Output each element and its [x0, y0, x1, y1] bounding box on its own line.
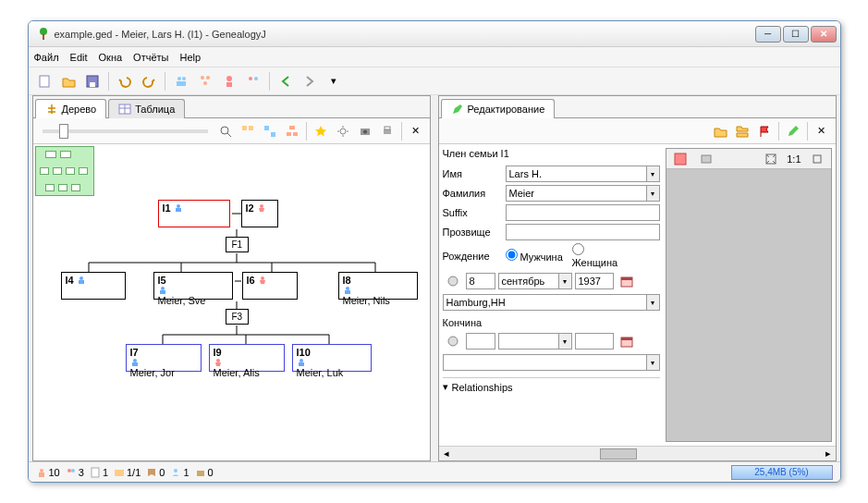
close-editor-icon[interactable]: ✕ [812, 121, 832, 141]
zoom-actual-icon[interactable] [807, 149, 827, 169]
suffix-input[interactable] [506, 204, 660, 221]
tab-table[interactable]: Таблица [108, 99, 185, 118]
relationships-header[interactable]: ▾ Relationships [443, 377, 660, 393]
nav-forward-icon[interactable] [300, 71, 320, 92]
tree-node-i8[interactable]: I8 Meier, Nils [338, 272, 418, 300]
menu-reports[interactable]: Отчёты [133, 52, 168, 63]
editor-header: Член семьи I1 [443, 148, 660, 159]
status-submitters: 1 [170, 467, 189, 478]
tree-node-i1[interactable]: I1 [158, 200, 230, 227]
editor-scrollbar[interactable]: ◂ ▸ [439, 446, 836, 460]
svg-rect-68 [702, 155, 711, 163]
titlebar[interactable]: example.ged - Meier, Lars H. (I1) - Gene… [29, 21, 840, 47]
undo-icon[interactable] [115, 71, 135, 92]
svg-point-73 [67, 469, 71, 472]
layout2-icon[interactable] [260, 121, 280, 141]
memory-indicator[interactable]: 25,4MB (5%) [731, 465, 833, 480]
tree-node-i7[interactable]: I7 Meier, Jor [126, 344, 202, 372]
new-file-icon[interactable] [34, 71, 55, 92]
editor-form: Член семьи I1 Имя Lars H.▾ Фамилия Meier… [443, 148, 660, 442]
minimap[interactable] [35, 146, 94, 196]
media-open-icon[interactable] [696, 149, 716, 169]
close-panel-icon[interactable]: ✕ [406, 121, 426, 141]
nickname-input[interactable] [506, 224, 660, 240]
tree-node-i9[interactable]: I9 Meier, Alis [209, 344, 285, 372]
redo-icon[interactable] [139, 71, 159, 92]
folder-tree-icon[interactable] [732, 121, 752, 141]
bookmark-icon[interactable] [311, 121, 331, 141]
zoom-slider[interactable] [43, 129, 208, 133]
zoom-fit-icon[interactable] [215, 121, 236, 141]
birth-year-input[interactable] [575, 273, 614, 289]
media-canvas[interactable] [666, 169, 831, 441]
label-name: Имя [443, 168, 502, 179]
media-panel: 1:1 [666, 148, 832, 442]
tree-node-i4[interactable]: I4 [61, 272, 126, 300]
svg-rect-23 [289, 126, 295, 129]
status-families: 3 [66, 467, 84, 478]
label-suffix: Suffix [443, 207, 502, 218]
menu-file[interactable]: Файл [34, 52, 59, 63]
name-input[interactable]: Lars H.▾ [506, 166, 660, 182]
tree-node-i2[interactable]: I2 [241, 200, 278, 227]
tree-node-i10[interactable]: I10 Meier, Luk [292, 344, 372, 372]
radio-male[interactable]: Мужчина [506, 249, 565, 263]
svg-rect-76 [115, 470, 124, 476]
svg-point-8 [201, 76, 204, 80]
layout1-icon[interactable] [238, 121, 258, 141]
menu-windows[interactable]: Окна [99, 52, 123, 63]
calendar-icon[interactable] [617, 271, 637, 291]
birth-month-input[interactable]: сентябрь▾ [498, 273, 572, 289]
settings-icon[interactable] [333, 121, 353, 141]
open-folder-icon[interactable] [58, 71, 79, 92]
svg-point-48 [260, 204, 263, 208]
right-tabstrip: Редактирование [439, 96, 836, 118]
person-group-icon[interactable] [171, 71, 191, 92]
tree-panel: Дерево Таблица ✕ [32, 95, 431, 461]
svg-rect-75 [92, 468, 99, 477]
person-pair-icon[interactable] [243, 71, 263, 92]
layout3-icon[interactable] [282, 121, 302, 141]
svg-point-26 [340, 129, 346, 134]
tab-editor[interactable]: Редактирование [441, 99, 556, 118]
surname-input[interactable]: Meier▾ [506, 185, 660, 202]
tab-tree[interactable]: Дерево [35, 99, 107, 118]
calendar-icon[interactable] [617, 331, 637, 351]
birth-day-input[interactable] [466, 273, 495, 289]
flag-icon[interactable] [754, 121, 775, 141]
zoom-fit-icon[interactable] [761, 149, 781, 169]
camera-icon[interactable] [355, 121, 375, 141]
death-date-type-icon[interactable] [443, 331, 463, 351]
svg-rect-25 [293, 132, 298, 136]
death-year-input[interactable] [575, 333, 614, 350]
minimize-button[interactable]: ─ [755, 26, 781, 43]
nav-dropdown-icon[interactable]: ▾ [324, 71, 344, 92]
menu-edit[interactable]: Edit [70, 52, 88, 63]
print-icon[interactable] [377, 121, 397, 141]
label-birth: Рождение [443, 251, 502, 262]
tree-node-i6[interactable]: I6 [242, 272, 298, 300]
folder-open-icon[interactable] [710, 121, 730, 141]
maximize-button[interactable]: ☐ [783, 26, 809, 43]
save-icon[interactable] [82, 71, 103, 92]
person-female-icon[interactable] [219, 71, 239, 92]
death-place-input[interactable]: ▾ [443, 354, 660, 371]
tree-node-i5[interactable]: I5 Meier, Sve [153, 272, 233, 300]
birth-place-input[interactable]: Hamburg,HH▾ [443, 294, 660, 311]
family-icon[interactable] [195, 71, 215, 92]
birth-date-type-icon[interactable] [443, 271, 463, 291]
nav-back-icon[interactable] [275, 71, 296, 92]
tree-node-f3[interactable]: F3 [226, 309, 250, 325]
tree-node-f1[interactable]: F1 [226, 237, 250, 252]
media-save-icon[interactable] [670, 149, 691, 169]
death-month-input[interactable]: ▾ [498, 333, 572, 350]
svg-point-53 [261, 276, 264, 280]
death-day-input[interactable] [466, 333, 495, 350]
close-button[interactable]: ✕ [811, 26, 837, 43]
tree-canvas[interactable]: I1 I2 F1 I4 I5 Meier, Sve [33, 144, 430, 460]
radio-female[interactable]: Женщина [572, 243, 631, 268]
menu-help[interactable]: Help [179, 52, 201, 63]
female-icon [257, 203, 266, 213]
svg-point-9 [206, 76, 210, 80]
edit-pencil-icon[interactable] [783, 121, 803, 141]
